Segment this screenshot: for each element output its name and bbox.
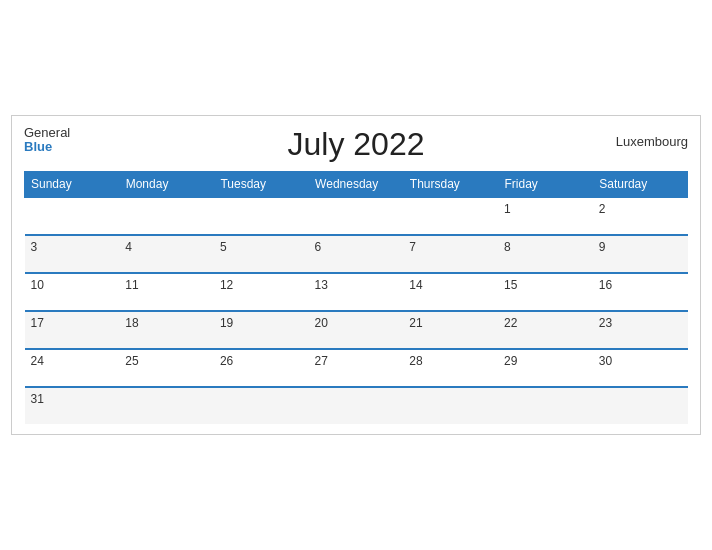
day-cell-8: 8 bbox=[498, 235, 593, 273]
day-cell-24: 24 bbox=[25, 349, 120, 387]
day-cell-13: 13 bbox=[309, 273, 404, 311]
day-cell-blank3 bbox=[309, 387, 404, 424]
day-cell-11: 11 bbox=[119, 273, 214, 311]
calendar-title: July 2022 bbox=[288, 126, 425, 163]
logo: General Blue bbox=[24, 126, 70, 155]
header-wednesday: Wednesday bbox=[309, 172, 404, 198]
country-label: Luxembourg bbox=[616, 134, 688, 149]
day-cell-blank4 bbox=[403, 387, 498, 424]
day-cell-21: 21 bbox=[403, 311, 498, 349]
day-cell-2: 2 bbox=[593, 197, 688, 235]
day-cell bbox=[119, 197, 214, 235]
day-cell-9: 9 bbox=[593, 235, 688, 273]
day-cell-23: 23 bbox=[593, 311, 688, 349]
week-row-1: 1 2 bbox=[25, 197, 688, 235]
day-cell-30: 30 bbox=[593, 349, 688, 387]
day-cell-10: 10 bbox=[25, 273, 120, 311]
day-cell-16: 16 bbox=[593, 273, 688, 311]
calendar-table: Sunday Monday Tuesday Wednesday Thursday… bbox=[24, 171, 688, 424]
day-cell-3: 3 bbox=[25, 235, 120, 273]
day-cell-12: 12 bbox=[214, 273, 309, 311]
header-sunday: Sunday bbox=[25, 172, 120, 198]
calendar-container: General Blue July 2022 Luxembourg Sunday… bbox=[11, 115, 701, 435]
day-cell bbox=[214, 197, 309, 235]
day-cell-1: 1 bbox=[498, 197, 593, 235]
day-cell-blank5 bbox=[498, 387, 593, 424]
day-cell bbox=[403, 197, 498, 235]
header-tuesday: Tuesday bbox=[214, 172, 309, 198]
day-cell-25: 25 bbox=[119, 349, 214, 387]
day-cell-22: 22 bbox=[498, 311, 593, 349]
day-cell-15: 15 bbox=[498, 273, 593, 311]
days-header-row: Sunday Monday Tuesday Wednesday Thursday… bbox=[25, 172, 688, 198]
day-cell-blank6 bbox=[593, 387, 688, 424]
week-row-5: 24 25 26 27 28 29 30 bbox=[25, 349, 688, 387]
day-cell-6: 6 bbox=[309, 235, 404, 273]
day-cell-14: 14 bbox=[403, 273, 498, 311]
day-cell-28: 28 bbox=[403, 349, 498, 387]
header-friday: Friday bbox=[498, 172, 593, 198]
logo-general-text: General bbox=[24, 126, 70, 140]
calendar-header: General Blue July 2022 Luxembourg bbox=[24, 126, 688, 163]
day-cell bbox=[309, 197, 404, 235]
day-cell-17: 17 bbox=[25, 311, 120, 349]
header-monday: Monday bbox=[119, 172, 214, 198]
week-row-2: 3 4 5 6 7 8 9 bbox=[25, 235, 688, 273]
day-cell-5: 5 bbox=[214, 235, 309, 273]
logo-blue-text: Blue bbox=[24, 140, 70, 154]
day-cell-blank1 bbox=[119, 387, 214, 424]
day-cell-18: 18 bbox=[119, 311, 214, 349]
day-cell-26: 26 bbox=[214, 349, 309, 387]
day-cell-27: 27 bbox=[309, 349, 404, 387]
week-row-4: 17 18 19 20 21 22 23 bbox=[25, 311, 688, 349]
day-cell bbox=[25, 197, 120, 235]
week-row-6: 31 bbox=[25, 387, 688, 424]
day-cell-blank2 bbox=[214, 387, 309, 424]
day-cell-29: 29 bbox=[498, 349, 593, 387]
day-cell-7: 7 bbox=[403, 235, 498, 273]
day-cell-20: 20 bbox=[309, 311, 404, 349]
day-cell-19: 19 bbox=[214, 311, 309, 349]
day-cell-4: 4 bbox=[119, 235, 214, 273]
day-cell-31: 31 bbox=[25, 387, 120, 424]
header-saturday: Saturday bbox=[593, 172, 688, 198]
week-row-3: 10 11 12 13 14 15 16 bbox=[25, 273, 688, 311]
header-thursday: Thursday bbox=[403, 172, 498, 198]
